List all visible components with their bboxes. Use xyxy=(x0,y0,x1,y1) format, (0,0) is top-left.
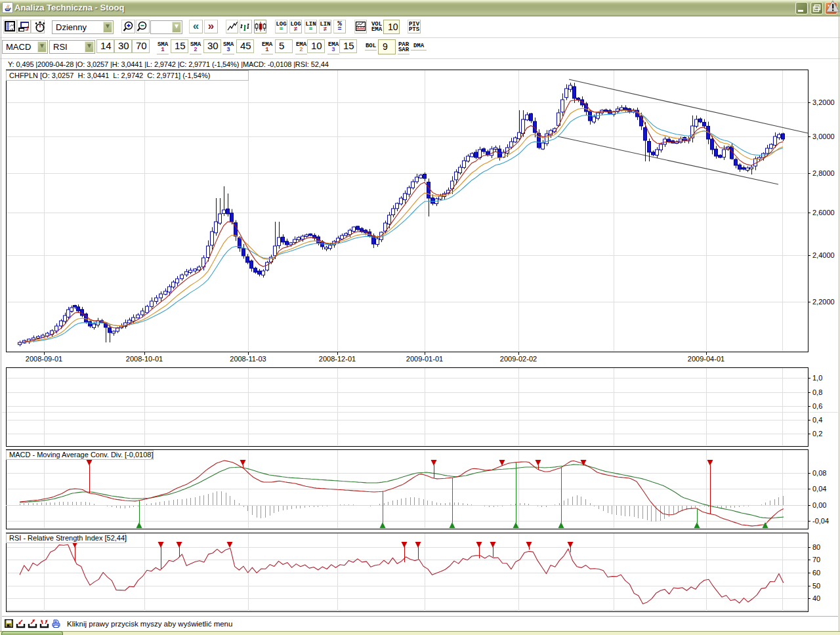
svg-text:RSI - Relative Strength Index: RSI - Relative Strength Index [52,44] xyxy=(9,534,127,542)
svg-text:0,8: 0,8 xyxy=(812,388,822,396)
svg-text:2009-04-01: 2009-04-01 xyxy=(688,355,724,363)
svg-text:0,04: 0,04 xyxy=(812,485,826,493)
svg-text:50: 50 xyxy=(812,582,820,590)
svg-text:0,4: 0,4 xyxy=(812,416,822,424)
svg-text:0,08: 0,08 xyxy=(812,469,826,477)
svg-text:0,00: 0,00 xyxy=(812,501,826,509)
svg-text:0,6: 0,6 xyxy=(812,402,822,410)
svg-text:Kliknij prawy przycisk myszy a: Kliknij prawy przycisk myszy aby wyświet… xyxy=(67,620,232,628)
svg-text:40: 40 xyxy=(812,594,820,602)
svg-text:2008-11-03: 2008-11-03 xyxy=(230,355,266,363)
svg-text:2008-10-01: 2008-10-01 xyxy=(126,355,163,363)
svg-text:2009-02-02: 2009-02-02 xyxy=(500,355,537,363)
svg-text:2,6000: 2,6000 xyxy=(812,209,835,216)
svg-text:0,2: 0,2 xyxy=(812,430,822,438)
svg-text:-0,04: -0,04 xyxy=(812,517,829,525)
svg-text:2,2000: 2,2000 xyxy=(812,298,835,306)
svg-text:1,0: 1,0 xyxy=(812,374,822,382)
svg-text:2,4000: 2,4000 xyxy=(812,251,835,259)
svg-text:60: 60 xyxy=(812,569,820,577)
svg-text:2009-01-01: 2009-01-01 xyxy=(406,355,443,363)
svg-text:80: 80 xyxy=(812,543,820,551)
svg-text:3,2000: 3,2000 xyxy=(812,98,835,106)
svg-text:2008-09-01: 2008-09-01 xyxy=(26,355,62,363)
svg-text:2008-12-01: 2008-12-01 xyxy=(319,355,356,363)
svg-text:2,8000: 2,8000 xyxy=(812,169,835,177)
svg-text:CHFPLN [O: 3,0257 H: 3,0441: CHFPLN [O: 3,0257 H: 3,0441 L: 2,9742 C:… xyxy=(9,72,210,79)
svg-text:MACD - Moving Average Conv. Di: MACD - Moving Average Conv. Div. [-0,010… xyxy=(9,451,153,459)
svg-text:3,0000: 3,0000 xyxy=(812,133,835,140)
svg-text:70: 70 xyxy=(812,556,820,563)
